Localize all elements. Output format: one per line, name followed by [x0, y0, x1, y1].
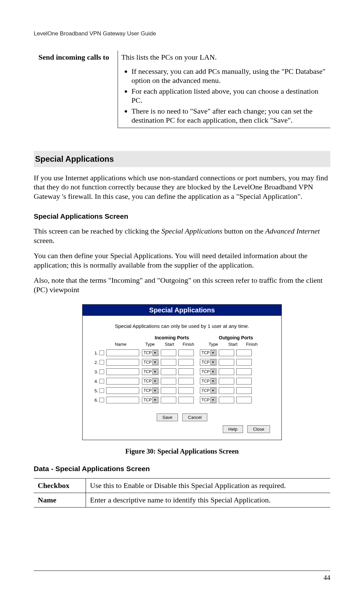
close-button[interactable]: Close: [247, 425, 270, 433]
name-input[interactable]: [106, 397, 139, 403]
name-input[interactable]: [106, 368, 139, 375]
outgoing-start-input[interactable]: [219, 368, 234, 375]
enable-checkbox[interactable]: [99, 369, 104, 374]
figure-row: 3.TCP▼TCP▼: [91, 367, 273, 376]
enable-checkbox[interactable]: [99, 398, 104, 402]
incoming-finish-input[interactable]: [178, 378, 194, 385]
bullet-item: There is no need to "Save" after each ch…: [131, 106, 327, 126]
help-button[interactable]: Help: [223, 425, 243, 433]
chevron-down-icon: ▼: [152, 369, 158, 374]
incoming-ports-header: Incoming Ports: [140, 335, 204, 340]
incoming-finish-input[interactable]: [178, 368, 194, 375]
outgoing-start-input[interactable]: [219, 359, 234, 366]
chevron-down-icon: ▼: [152, 388, 158, 393]
col-finish: Finish: [179, 342, 198, 347]
data-table: Checkbox Use this to Enable or Disable t…: [34, 478, 330, 508]
paragraph: If you use Internet applications which u…: [34, 173, 330, 201]
data-row-text: Enter a descriptive name to identify thi…: [86, 493, 331, 508]
incoming-finish-input[interactable]: [178, 349, 194, 356]
chevron-down-icon: ▼: [210, 360, 216, 365]
save-button[interactable]: Save: [157, 413, 178, 421]
incoming-type-select[interactable]: TCP▼: [142, 349, 159, 356]
chevron-down-icon: ▼: [210, 388, 216, 393]
name-input[interactable]: [106, 349, 139, 356]
row-number: 1.: [91, 350, 98, 356]
page: LevelOne Broadband VPN Gateway User Guid…: [0, 0, 364, 614]
outgoing-start-input[interactable]: [219, 397, 234, 403]
figure-row: 5.TCP▼TCP▼: [91, 386, 273, 395]
section-heading: Special Applications: [34, 151, 330, 167]
incoming-start-input[interactable]: [161, 349, 176, 356]
incoming-finish-input[interactable]: [178, 387, 194, 394]
subheading: Data - Special Applications Screen: [34, 465, 330, 473]
outgoing-finish-input[interactable]: [236, 378, 252, 385]
figure-row: 2.TCP▼TCP▼: [91, 358, 273, 367]
col-start: Start: [223, 342, 242, 347]
incoming-finish-input[interactable]: [178, 397, 194, 403]
data-row-label: Name: [34, 493, 86, 508]
chevron-down-icon: ▼: [152, 360, 158, 365]
figure-note: Special Applications can only be used by…: [91, 323, 273, 329]
chevron-down-icon: ▼: [210, 369, 216, 374]
cancel-button[interactable]: Cancel: [182, 413, 207, 421]
outgoing-type-select[interactable]: TCP▼: [200, 387, 217, 394]
outgoing-type-select[interactable]: TCP▼: [200, 397, 217, 403]
name-input[interactable]: [106, 387, 139, 394]
outgoing-start-input[interactable]: [219, 378, 234, 385]
outgoing-finish-input[interactable]: [236, 368, 252, 375]
data-row-label: Checkbox: [34, 479, 86, 493]
subheading: Special Applications Screen: [34, 212, 330, 220]
col-type: Type: [140, 342, 160, 347]
outgoing-finish-input[interactable]: [236, 359, 252, 366]
send-incoming-table: Send incoming calls to This lists the PC…: [34, 51, 330, 128]
outgoing-type-select[interactable]: TCP▼: [200, 368, 217, 375]
outgoing-type-select[interactable]: TCP▼: [200, 349, 217, 356]
figure-row: 4.TCP▼TCP▼: [91, 376, 273, 386]
incoming-start-input[interactable]: [161, 387, 176, 394]
incoming-start-input[interactable]: [161, 368, 176, 375]
incoming-type-select[interactable]: TCP▼: [142, 397, 159, 403]
incoming-type-select[interactable]: TCP▼: [142, 359, 159, 366]
figure-row: 6.TCP▼TCP▼: [91, 395, 273, 405]
chevron-down-icon: ▼: [152, 397, 158, 403]
incoming-type-select[interactable]: TCP▼: [142, 387, 159, 394]
incoming-start-input[interactable]: [161, 397, 176, 403]
outgoing-type-select[interactable]: TCP▼: [200, 359, 217, 366]
outgoing-finish-input[interactable]: [236, 397, 252, 403]
col-type: Type: [203, 342, 223, 347]
paragraph: Also, note that the terms "Incoming" and…: [34, 276, 330, 294]
outgoing-finish-input[interactable]: [236, 387, 252, 394]
chevron-down-icon: ▼: [210, 378, 216, 384]
incoming-finish-input[interactable]: [178, 359, 194, 366]
bullet-item: For each application listed above, you c…: [131, 86, 327, 106]
figure-caption: Figure 30: Special Applications Screen: [34, 448, 330, 455]
outgoing-type-select[interactable]: TCP▼: [200, 378, 217, 385]
row-number: 2.: [91, 360, 98, 365]
send-incoming-intro: This lists the PCs on your LAN.: [118, 51, 331, 64]
figure-title-bar: Special Applications: [83, 305, 281, 316]
col-start: Start: [160, 342, 179, 347]
outgoing-finish-input[interactable]: [236, 349, 252, 356]
enable-checkbox[interactable]: [99, 350, 104, 355]
incoming-start-input[interactable]: [161, 378, 176, 385]
enable-checkbox[interactable]: [99, 360, 104, 365]
name-input[interactable]: [106, 378, 139, 385]
incoming-type-select[interactable]: TCP▼: [142, 378, 159, 385]
chevron-down-icon: ▼: [152, 350, 158, 356]
enable-checkbox[interactable]: [99, 379, 104, 383]
figure-rows: 1.TCP▼TCP▼2.TCP▼TCP▼3.TCP▼TCP▼4.TCP▼TCP▼…: [91, 348, 273, 405]
row-number: 4.: [91, 379, 98, 384]
row-number: 3.: [91, 369, 98, 374]
outgoing-ports-header: Outgoing Ports: [204, 335, 268, 340]
paragraph: This screen can be reached by clicking t…: [34, 226, 330, 245]
incoming-start-input[interactable]: [161, 359, 176, 366]
name-input[interactable]: [106, 359, 139, 366]
send-incoming-bullets: If necessary, you can add PCs manually, …: [131, 66, 327, 126]
send-incoming-label: Send incoming calls to: [34, 51, 118, 128]
row-number: 5.: [91, 388, 98, 393]
data-row-text: Use this to Enable or Disable this Speci…: [86, 479, 331, 493]
outgoing-start-input[interactable]: [219, 349, 234, 356]
outgoing-start-input[interactable]: [219, 387, 234, 394]
incoming-type-select[interactable]: TCP▼: [142, 368, 159, 375]
enable-checkbox[interactable]: [99, 388, 104, 393]
